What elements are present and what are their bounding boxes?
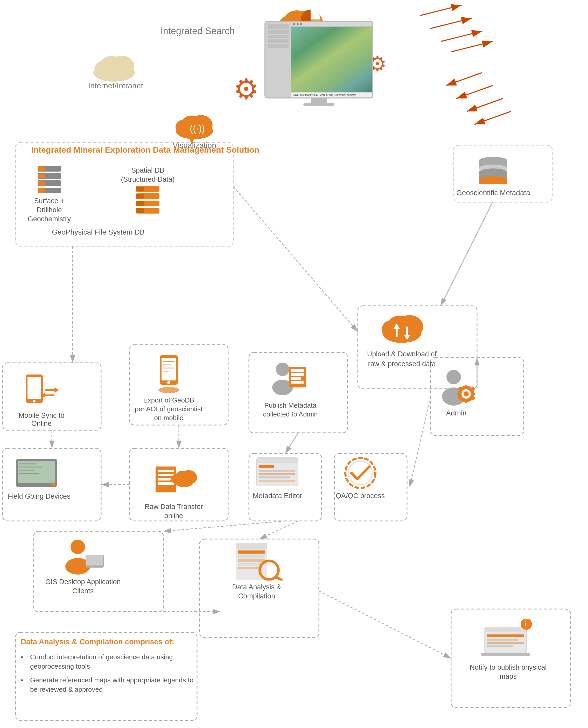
svg-rect-135 [291,377,301,380]
qaqc-node: QA/QC process [336,456,385,500]
internet-intranet-cloud: Internet/Intranet [88,52,143,90]
data-analysis-box-title: Data Analysis & Compilation comprises of… [21,638,197,646]
svg-rect-69 [136,208,144,213]
svg-line-33 [430,18,472,28]
svg-rect-136 [291,381,304,384]
upload-download-label: Upload & Download of raw & processed dat… [363,349,441,369]
svg-rect-152 [238,551,265,554]
svg-point-146 [70,540,85,554]
bullet-item-2: Generate referenced maps with appropriat… [21,673,197,697]
diagram-container: Integrated Search Internet/Intranet ⚙ ⚙ [0,0,588,728]
svg-rect-142 [259,476,290,478]
surface-drillhole-node: Surface + Drillhole Geochemistry [21,166,78,224]
svg-point-81 [387,316,413,336]
raw-data-transfer-node: Raw Data Transfer online [138,464,210,520]
field-devices-node: Field Going Devices [8,456,70,501]
data-analysis-text-box: Data Analysis & Compilation comprises of… [21,638,197,697]
svg-rect-134 [291,373,304,376]
svg-rect-91 [465,385,467,388]
svg-point-48 [100,56,123,74]
qaqc-label: QA/QC process [336,492,385,500]
svg-rect-100 [27,377,41,399]
metadata-editor-label: Metadata Editor [253,492,302,500]
svg-rect-63 [136,187,144,191]
svg-rect-94 [472,393,476,395]
bullet-list: Conduct interpretation of geoscience dat… [21,650,197,697]
svg-rect-57 [38,174,45,178]
svg-rect-154 [238,559,265,562]
svg-rect-67 [136,201,144,206]
svg-line-37 [456,86,492,99]
svg-rect-151 [236,543,267,549]
svg-rect-124 [158,478,171,480]
notify-maps-node: i Notify to publish physical maps [467,619,550,681]
svg-point-120 [159,387,179,393]
svg-rect-125 [158,482,174,485]
svg-line-25 [163,521,285,531]
svg-point-144 [345,458,375,488]
bullet-item-1: Conduct interpretation of geoscience dat… [21,650,197,673]
upload-download-node: Upload & Download of raw & processed dat… [363,311,441,369]
mobile-sync-node: Mobile Sync to Online [10,371,72,428]
svg-rect-160 [485,627,526,633]
svg-rect-163 [487,639,518,641]
svg-line-20 [410,397,430,487]
svg-rect-61 [38,188,45,193]
svg-rect-55 [38,166,45,171]
svg-text:((·)): ((·)) [190,123,205,134]
svg-rect-114 [162,358,176,381]
svg-rect-133 [291,369,304,372]
svg-line-16 [233,187,358,332]
publish-metadata-label: Publish Metadata collected to Admin [254,401,327,419]
svg-rect-143 [259,480,295,482]
geoscientific-meta-node: Geoscientific Metadata [456,155,530,197]
svg-rect-122 [158,470,174,472]
svg-line-27 [319,591,451,658]
svg-rect-140 [259,470,295,472]
svg-marker-103 [55,387,59,393]
svg-rect-139 [259,465,274,468]
svg-point-115 [167,381,170,384]
surface-drillhole-label: Surface + Drillhole Geochemistry [21,196,78,224]
svg-line-18 [441,202,492,306]
mobile-sync-label: Mobile Sync to Online [10,411,72,428]
svg-rect-93 [457,393,460,395]
svg-rect-164 [487,642,524,644]
integrated-search-text: Integrated Search [161,26,235,36]
svg-rect-153 [238,555,265,558]
svg-point-112 [51,483,56,487]
export-geodb-label: Export of GeoDBper AOI of geoscientiston… [135,396,203,422]
svg-rect-59 [38,181,45,186]
svg-text:i: i [524,620,526,627]
svg-point-101 [33,400,36,403]
notify-maps-label: Notify to publish physical maps [467,663,550,681]
svg-line-34 [441,31,482,41]
export-geodb-node: Export of GeoDBper AOI of geoscientiston… [135,352,203,422]
svg-point-130 [276,363,289,376]
svg-point-129 [175,471,190,483]
svg-rect-123 [158,474,174,476]
admin-label: Admin [446,409,466,417]
geoscientific-meta-label: Geoscientific Metadata [456,189,530,197]
svg-line-35 [451,41,492,52]
svg-rect-162 [487,635,524,637]
gis-desktop-label: GIS Desktop Application Clients [41,577,124,596]
gis-desktop-node: GIS Desktop Application Clients [41,536,124,596]
visualization-area: ((·)) Visualization [171,111,218,150]
svg-line-36 [446,72,482,86]
spatial-db-label: Spatial DB (Structured Data) [119,166,176,184]
internet-label: Internet/Intranet [88,81,143,90]
svg-rect-161 [481,653,530,656]
field-devices-label: Field Going Devices [8,492,70,501]
data-analysis-node: Data Analysis & Compilation [215,542,298,601]
svg-rect-156 [238,567,259,570]
metadata-editor-node: Metadata Editor [253,456,302,500]
gear-left-icon: ⚙ [233,72,259,106]
raw-data-label: Raw Data Transfer online [138,502,210,520]
svg-line-32 [420,5,461,16]
svg-rect-149 [86,555,103,565]
svg-point-90 [464,391,469,397]
svg-line-38 [467,99,503,111]
publish-metadata-node: Publish Metadata collected to Admin [254,360,327,419]
svg-line-39 [475,111,511,124]
